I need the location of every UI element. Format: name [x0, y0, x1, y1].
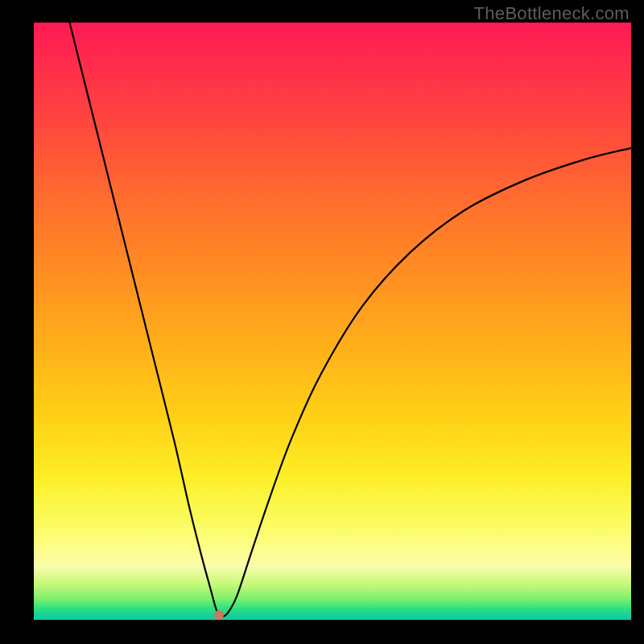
curve-layer [34, 23, 631, 620]
bottleneck-curve [70, 23, 631, 617]
chart-frame: TheBottleneck.com [0, 0, 644, 644]
min-point-marker [214, 610, 224, 620]
watermark-text: TheBottleneck.com [474, 3, 630, 24]
plot-area [34, 23, 631, 620]
